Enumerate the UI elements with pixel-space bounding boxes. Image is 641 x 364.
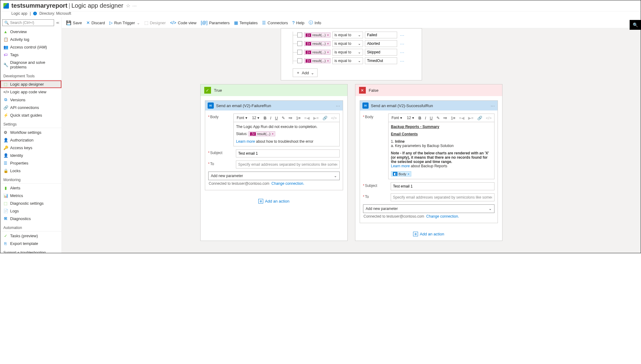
nav-diagnose[interactable]: 🔧Diagnose and solve problems xyxy=(0,59,61,71)
change-connection-link[interactable]: Change connection. xyxy=(272,181,304,186)
row-more-icon[interactable]: ··· xyxy=(399,41,406,46)
outdent-icon[interactable]: ≡◀ xyxy=(304,116,311,120)
remove-token-icon[interactable]: × xyxy=(327,59,329,63)
row-more-icon[interactable]: ··· xyxy=(399,33,406,37)
nav-alerts[interactable]: ▮Alerts xyxy=(0,184,61,192)
row-checkbox[interactable] xyxy=(297,58,302,63)
nav-auth[interactable]: 👤Authorization xyxy=(0,136,61,144)
bold-icon[interactable]: B xyxy=(263,116,267,120)
add-condition-button[interactable]: ＋Add⌄ xyxy=(293,68,318,77)
add-parameter-select[interactable]: Add new parameter⌄ xyxy=(363,204,494,213)
outdent-icon[interactable]: ≡◀ xyxy=(459,116,465,120)
operator-select[interactable]: is equal to⌄ xyxy=(332,57,363,64)
nav-diagnostics[interactable]: 🛠Diagnostics xyxy=(0,215,61,223)
numbered-icon[interactable]: 1≡ xyxy=(295,116,301,120)
nav-workflow[interactable]: ⚙Workflow settings xyxy=(0,129,61,136)
remove-token-icon[interactable]: × xyxy=(327,42,329,45)
expression-token[interactable]: ƒxresult(...)× xyxy=(304,33,330,37)
learn-more-link[interactable]: Learn more xyxy=(391,164,410,168)
false-branch-header[interactable]: ✕ False xyxy=(355,84,502,96)
nav-activity[interactable]: 📋Activity log xyxy=(0,36,61,43)
code-icon[interactable]: </> xyxy=(485,116,492,120)
operator-select[interactable]: is equal to⌄ xyxy=(332,49,363,56)
subject-input[interactable] xyxy=(236,149,340,157)
operator-select[interactable]: is equal to⌄ xyxy=(332,32,363,38)
nav-diagset[interactable]: ⬚Diagnostic settings xyxy=(0,199,61,207)
sidebar-search[interactable]: 🔍 Search (Ctrl+/) xyxy=(2,19,54,26)
value-input[interactable] xyxy=(365,40,397,47)
link-icon[interactable]: 🔗 xyxy=(322,116,328,120)
add-parameter-select[interactable]: Add new parameter⌄ xyxy=(208,172,340,180)
header-more-icon[interactable]: ··· xyxy=(133,3,137,8)
underline-icon[interactable]: U xyxy=(429,116,433,120)
bullets-icon[interactable]: •≡ xyxy=(443,116,448,120)
expression-token[interactable]: ƒxresult(...)× xyxy=(248,131,275,136)
card-header[interactable]: ✉ Send an email (V2)-FailureRun ··· xyxy=(205,101,343,110)
remove-token-icon[interactable]: × xyxy=(408,172,409,176)
expression-token[interactable]: ƒxresult(...)× xyxy=(304,50,330,55)
add-action-button[interactable]: ⊕Add an action xyxy=(355,227,502,241)
nav-locks[interactable]: 🔒Locks xyxy=(0,167,61,175)
nav-codeview[interactable]: </>Logic app code view xyxy=(0,88,61,96)
designer-button[interactable]: ⬚Designer xyxy=(144,20,166,25)
nav-overview[interactable]: ▲Overview xyxy=(0,28,61,36)
add-action-button[interactable]: ⊕Add an action xyxy=(201,195,347,208)
nav-identity[interactable]: 👤Identity xyxy=(0,152,61,159)
nav-metrics[interactable]: 📊Metrics xyxy=(0,192,61,199)
remove-token-icon[interactable]: × xyxy=(272,132,273,136)
favorite-icon[interactable]: ☆ xyxy=(126,3,130,9)
body-editor[interactable]: The Logic App Run did not execute to com… xyxy=(233,122,340,146)
nav-keys[interactable]: 🔑Access keys xyxy=(0,144,61,152)
font-select[interactable]: Font ▾ xyxy=(390,115,403,121)
indent-icon[interactable]: ▶≡ xyxy=(313,116,319,120)
row-checkbox[interactable] xyxy=(297,50,302,55)
nav-versions[interactable]: ⧉Versions xyxy=(0,96,61,104)
help-button[interactable]: ?Help xyxy=(292,20,305,25)
indent-icon[interactable]: ▶≡ xyxy=(467,116,474,120)
italic-icon[interactable]: I xyxy=(270,116,272,120)
row-checkbox[interactable] xyxy=(297,41,302,46)
edit-icon[interactable]: ✎ xyxy=(281,116,286,120)
nav-designer[interactable]: ⬚Logic app designer xyxy=(0,80,61,88)
row-more-icon[interactable]: ··· xyxy=(399,50,406,55)
run-trigger-button[interactable]: ▷Run Trigger⌄ xyxy=(109,20,140,25)
to-input[interactable] xyxy=(391,193,494,201)
learn-more-link[interactable]: Learn more xyxy=(236,139,255,144)
collapse-sidebar-icon[interactable]: ≪ xyxy=(56,21,60,25)
subject-input[interactable] xyxy=(391,182,494,190)
nav-tasks[interactable]: ✓Tasks (preview) xyxy=(0,232,61,240)
nav-quick[interactable]: ⚡Quick start guides xyxy=(0,111,61,119)
expression-token[interactable]: ƒxresult(...)× xyxy=(304,58,330,63)
parameters-button[interactable]: [@]Parameters xyxy=(201,20,230,25)
nav-props[interactable]: ☰Properties xyxy=(0,159,61,167)
change-connection-link[interactable]: Change connection. xyxy=(426,214,459,219)
font-select[interactable]: Font ▾ xyxy=(236,115,248,121)
nav-tags[interactable]: 🏷Tags xyxy=(0,51,61,59)
card-header[interactable]: ✉ Send an email (V2)-SuccessfulRun ··· xyxy=(360,101,498,110)
code-view-button[interactable]: </>Code view xyxy=(170,20,197,25)
card-more-icon[interactable]: ··· xyxy=(491,103,495,108)
info-button[interactable]: ⓘInfo xyxy=(309,20,321,25)
nav-logs[interactable]: 📄Logs xyxy=(0,207,61,215)
bullets-icon[interactable]: •≡ xyxy=(288,116,293,120)
operator-select[interactable]: is equal to⌄ xyxy=(332,40,363,47)
size-select[interactable]: 12 ▾ xyxy=(406,115,415,121)
to-input[interactable] xyxy=(236,161,340,168)
size-select[interactable]: 12 ▾ xyxy=(251,115,260,121)
discard-button[interactable]: ✕Discard xyxy=(86,20,105,25)
card-more-icon[interactable]: ··· xyxy=(336,103,340,108)
nav-iam[interactable]: 👥Access control (IAM) xyxy=(0,43,61,51)
remove-token-icon[interactable]: × xyxy=(327,50,329,54)
nav-export[interactable]: ⎘Export template xyxy=(0,240,61,247)
remove-token-icon[interactable]: × xyxy=(327,33,329,37)
underline-icon[interactable]: U xyxy=(274,116,278,120)
code-icon[interactable]: </> xyxy=(330,116,338,120)
bold-icon[interactable]: B xyxy=(418,116,422,120)
numbered-icon[interactable]: 1≡ xyxy=(450,116,456,120)
value-input[interactable] xyxy=(365,32,397,38)
nav-api[interactable]: 🔗API connections xyxy=(0,104,61,111)
true-branch-header[interactable]: ✓ True xyxy=(201,84,347,96)
save-button[interactable]: 💾Save xyxy=(66,20,82,25)
value-input[interactable] xyxy=(365,49,397,56)
row-checkbox[interactable] xyxy=(297,33,302,37)
